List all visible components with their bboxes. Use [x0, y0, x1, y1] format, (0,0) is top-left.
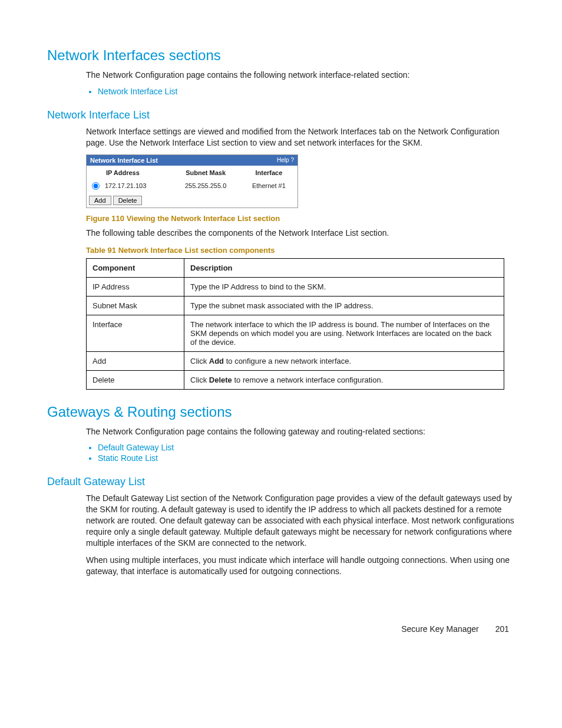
cell-mask: 255.255.255.0 [171, 179, 240, 195]
th-description: Description [184, 258, 504, 277]
table-row: 172.17.21.103 255.255.255.0 Ethernet #1 [87, 179, 297, 195]
link-network-interface-list[interactable]: Network Interface List [98, 87, 177, 96]
components-table: Component Description IP Address Type th… [86, 258, 504, 390]
paragraph-nil-intro: Network Interface settings are viewed an… [86, 126, 515, 149]
cell-component: Add [87, 351, 184, 370]
heading-network-interfaces-sections: Network Interfaces sections [47, 47, 515, 64]
footer-label: Secure Key Manager [401, 624, 479, 634]
col-interface: Interface [240, 166, 297, 179]
link-default-gateway-list[interactable]: Default Gateway List [98, 443, 174, 452]
subheading-network-interface-list: Network Interface List [47, 109, 515, 121]
cell-description: Type the IP Address to bind to the SKM. [184, 277, 504, 296]
add-button[interactable]: Add [89, 196, 111, 205]
delete-button[interactable]: Delete [113, 196, 143, 205]
table-caption: Table 91 Network Interface List section … [86, 246, 515, 255]
network-interface-list-panel: Network Interface List Help ? IP Address… [86, 154, 298, 208]
row-radio[interactable] [92, 182, 100, 190]
cell-component: Subnet Mask [87, 296, 184, 315]
cell-ip: 172.17.21.103 [104, 179, 171, 195]
help-icon: ? [290, 157, 294, 163]
page-footer: Secure Key Manager 201 [47, 624, 515, 634]
intro-paragraph-2: The Network Configuration page contains … [86, 426, 515, 437]
panel-title: Network Interface List [90, 157, 158, 164]
paragraph-table-intro: The following table describes the compon… [86, 228, 515, 239]
bullet-list-1: Network Interface List [86, 87, 515, 96]
cell-description: Click Add to configure a new network int… [184, 351, 504, 370]
intro-paragraph-1: The Network Configuration page contains … [86, 70, 515, 81]
page-number: 201 [495, 624, 509, 634]
table-row: Add Click Add to configure a new network… [87, 351, 504, 370]
paragraph-dgl-2: When using multiple interfaces, you must… [86, 555, 515, 577]
paragraph-dgl-1: The Default Gateway List section of the … [86, 493, 515, 548]
cell-description: Click Delete to remove a network interfa… [184, 370, 504, 389]
table-row: Subnet Mask Type the subnet mask associa… [87, 296, 504, 315]
col-subnet-mask: Subnet Mask [171, 166, 240, 179]
cell-component: Interface [87, 315, 184, 351]
subheading-default-gateway-list: Default Gateway List [47, 476, 515, 488]
table-row: Delete Click Delete to remove a network … [87, 370, 504, 389]
help-link[interactable]: Help ? [277, 157, 294, 163]
table-row: IP Address Type the IP Address to bind t… [87, 277, 504, 296]
cell-description: The network interface to which the IP ad… [184, 315, 504, 351]
cell-description: Type the subnet mask associated with the… [184, 296, 504, 315]
cell-component: Delete [87, 370, 184, 389]
cell-component: IP Address [87, 277, 184, 296]
th-component: Component [87, 258, 184, 277]
table-row: Interface The network interface to which… [87, 315, 504, 351]
figure-caption: Figure 110 Viewing the Network Interface… [86, 214, 515, 223]
link-static-route-list[interactable]: Static Route List [98, 453, 158, 463]
bullet-list-2: Default Gateway List Static Route List [86, 443, 515, 463]
cell-interface: Ethernet #1 [240, 179, 297, 195]
col-ip-address: IP Address [104, 166, 171, 179]
heading-gateways-routing-sections: Gateways & Routing sections [47, 404, 515, 420]
